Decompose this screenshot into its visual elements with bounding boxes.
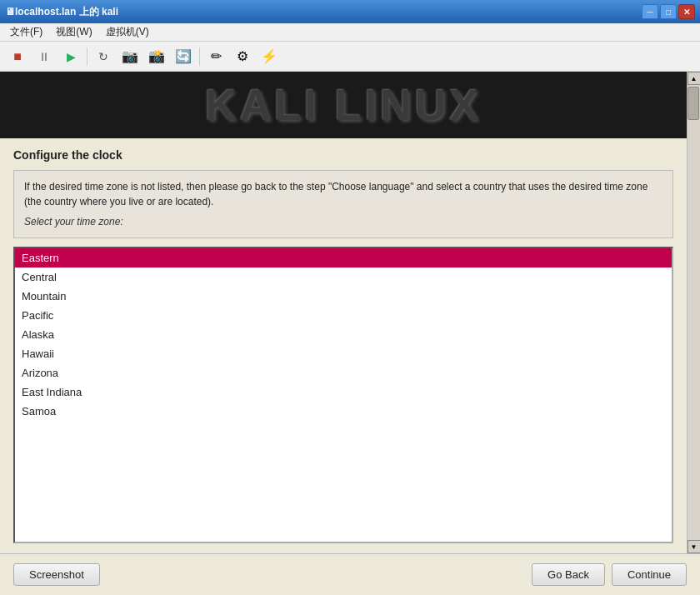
timezone-item[interactable]: Arizona: [15, 363, 672, 382]
menu-bar: 文件(F) 视图(W) 虚拟机(V): [0, 23, 700, 42]
window-title: localhost.lan 上的 kali: [15, 5, 642, 19]
stop-button[interactable]: ■: [5, 45, 30, 68]
bottom-left: Screenshot: [13, 563, 100, 586]
section-title: Configure the clock: [13, 148, 673, 162]
menu-file[interactable]: 文件(F): [3, 23, 49, 41]
right-scrollbar: ▲ ▼: [687, 72, 700, 553]
timezone-item[interactable]: Alaska: [15, 325, 672, 344]
play-button[interactable]: ▶: [58, 45, 83, 68]
scroll-track: [688, 85, 700, 540]
toolbar-separator-1: [87, 48, 88, 66]
snap2-button[interactable]: 📸: [144, 45, 169, 68]
window-controls: ─ □ ✕: [642, 4, 695, 19]
toolbar: ■ ⏸ ▶ ↻ 📷 📸 🔄 ✏ ⚙ ⚡: [0, 42, 700, 72]
scroll-thumb[interactable]: [688, 87, 699, 120]
content-panel: KALI LINUX Configure the clock If the de…: [0, 72, 687, 553]
close-button[interactable]: ✕: [678, 4, 695, 19]
settings-button[interactable]: ⚙: [230, 45, 255, 68]
snap1-button[interactable]: 📷: [118, 45, 142, 68]
minimize-button[interactable]: ─: [642, 4, 658, 19]
menu-view[interactable]: 视图(W): [49, 23, 98, 41]
snap3-button[interactable]: 🔄: [171, 45, 196, 68]
timezone-item[interactable]: Samoa: [15, 402, 672, 421]
timezone-item[interactable]: Hawaii: [15, 344, 672, 363]
pause-button[interactable]: ⏸: [32, 45, 57, 68]
timezone-item[interactable]: Central: [15, 268, 672, 287]
timezone-list[interactable]: EasternCentralMountainPacificAlaskaHawai…: [13, 247, 673, 543]
go-back-button[interactable]: Go Back: [532, 563, 605, 586]
refresh-button[interactable]: ↻: [91, 45, 116, 68]
scroll-up-arrow[interactable]: ▲: [688, 72, 701, 85]
title-bar: 🖥 localhost.lan 上的 kali ─ □ ✕: [0, 0, 700, 23]
bottom-right: Go Back Continue: [532, 563, 687, 586]
kali-banner: KALI LINUX: [0, 72, 687, 138]
edit-button[interactable]: ✏: [203, 45, 228, 68]
menu-vm[interactable]: 虚拟机(V): [99, 23, 156, 41]
toolbar-separator-2: [199, 48, 200, 66]
screenshot-button[interactable]: Screenshot: [13, 563, 100, 586]
main-area: KALI LINUX Configure the clock If the de…: [0, 72, 700, 553]
maximize-button[interactable]: □: [660, 4, 677, 19]
continue-button[interactable]: Continue: [612, 563, 687, 586]
select-label: Select your time zone:: [24, 214, 662, 229]
scroll-down-arrow[interactable]: ▼: [688, 540, 701, 553]
timezone-item[interactable]: Pacific: [15, 306, 672, 325]
configure-area: Configure the clock If the desired time …: [0, 138, 687, 553]
timezone-item[interactable]: East Indiana: [15, 382, 672, 402]
kali-banner-text: KALI LINUX: [205, 80, 482, 130]
window-icon: 🖥: [5, 6, 15, 18]
timezone-item[interactable]: Mountain: [15, 287, 672, 306]
instruction-text: If the desired time zone is not listed, …: [24, 179, 662, 209]
instruction-box: If the desired time zone is not listed, …: [13, 170, 673, 238]
timezone-item[interactable]: Eastern: [15, 248, 672, 268]
bottom-bar: Screenshot Go Back Continue: [0, 553, 700, 595]
power-button[interactable]: ⚡: [257, 45, 282, 68]
